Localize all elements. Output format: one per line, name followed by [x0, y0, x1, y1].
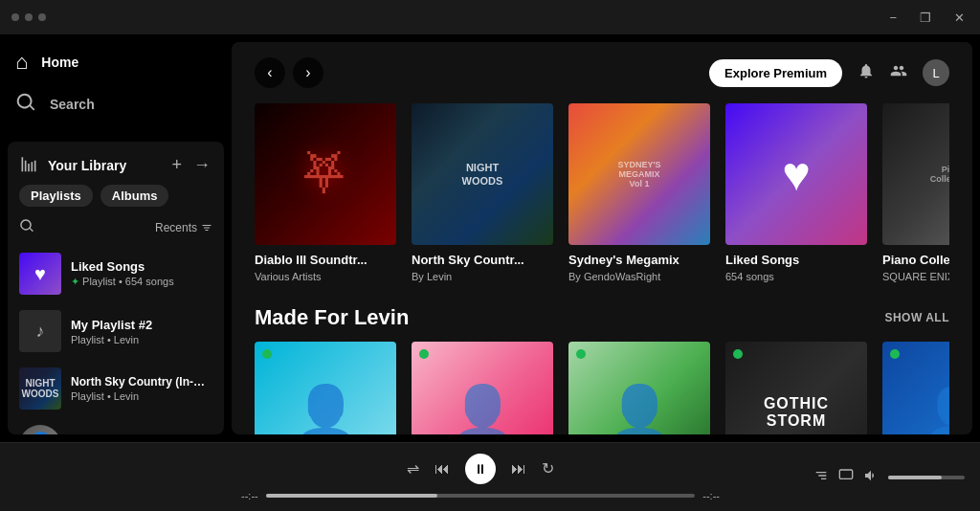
sidebar-search-label: Search: [50, 97, 95, 112]
daily2-art-wrap: 👤 Daily Mix 2: [412, 342, 553, 434]
music-note-icon: ♪: [36, 322, 45, 342]
card-daily-mix-2[interactable]: 👤 Daily Mix 2 Daily Mix 2 ROZEN, Nobuo U…: [412, 342, 553, 434]
soami-info: So Am I Album • Kurt Hugo Schneider: [71, 433, 212, 435]
sidebar-library: Your Library + → Playlists Albums R: [8, 142, 224, 434]
user-avatar-button[interactable]: L: [923, 59, 949, 86]
sydney-title: Sydney's Megamix: [568, 253, 710, 267]
piano-art-wrap: PianoCollections: [882, 103, 949, 245]
daily4-gothic-text: GOTHICSTORM: [764, 395, 829, 430]
liked-heart-icon: ♥: [782, 146, 811, 202]
titlebar-controls: − ❐ ✕: [885, 7, 969, 29]
svg-rect-0: [839, 470, 852, 478]
piano-art-text: PianoCollections: [930, 165, 949, 184]
diablo-symbol: ⛧: [301, 146, 349, 202]
header-right: Explore Premium L: [709, 59, 949, 87]
daily3-person: 👤: [607, 382, 673, 435]
soami-art: 👤: [19, 425, 61, 434]
play-pause-button[interactable]: ⏸: [465, 454, 496, 484]
library-list: ♥ Liked Songs ✦ Playlist • 654 songs ♪: [8, 245, 224, 434]
next-button[interactable]: ⏭: [511, 460, 526, 478]
nav-back-button[interactable]: ‹: [255, 57, 285, 88]
piano-art-bg: PianoCollections: [882, 103, 949, 245]
list-item[interactable]: ♪ My Playlist #2 Playlist • Levin: [8, 302, 224, 360]
card-daily-mix-3[interactable]: 👤 Daily Mix 3 Daily Mix 3 Darren Ang, Mi…: [568, 342, 710, 434]
liked-sub: 654 songs: [725, 271, 867, 282]
library-expand-button[interactable]: →: [191, 153, 212, 177]
northsky-art-text: NIGHTWOODS: [462, 161, 503, 189]
friends-button[interactable]: [890, 62, 907, 84]
liked-songs-info: Liked Songs ✦ Playlist • 654 songs: [71, 259, 212, 288]
daily2-badge: [419, 349, 429, 359]
progress-bar[interactable]: [266, 494, 696, 498]
progress-fill: [266, 494, 437, 498]
show-all-button[interactable]: Show all: [884, 311, 949, 324]
recently-played-cards: ⛧ Diablo III Soundtr... Various Artists …: [255, 103, 949, 282]
tab-playlists[interactable]: Playlists: [19, 185, 93, 207]
shuffle-button[interactable]: ⇌: [407, 459, 419, 478]
sydney-art-text: SYDNEY'SMEGAMIXVol 1: [613, 156, 664, 192]
daily5-art-wrap: 👤 Daily Mix 5: [882, 342, 949, 434]
list-item[interactable]: 👤 So Am I Album • Kurt Hugo Schneider: [8, 417, 224, 434]
daily4-art-wrap: GOTHICSTORM Daily Mix 4: [725, 342, 867, 434]
search-icon: [15, 92, 36, 117]
player-controls: ⇌ ⏮ ⏸ ⏭ ↻ --:-- --:--: [199, 454, 762, 501]
recents-label-text: Recents: [155, 221, 197, 234]
sidebar-home-label: Home: [41, 55, 78, 70]
daily4-art-bg: GOTHICSTORM Daily Mix 4: [725, 342, 867, 434]
daily1-art-bg: 👤 Daily Mix 1: [255, 342, 396, 434]
liked-art-bg: ♥: [725, 103, 867, 245]
queue-button[interactable]: [813, 468, 829, 486]
made-for-header: Made For Levin Show all: [255, 305, 949, 330]
sidebar-item-home[interactable]: ⌂ Home: [0, 42, 232, 82]
maximize-button[interactable]: ❐: [916, 7, 935, 29]
prev-button[interactable]: ⏮: [434, 460, 450, 478]
library-search-icon[interactable]: [19, 218, 34, 237]
notifications-button[interactable]: [858, 62, 875, 84]
daily2-art-bg: 👤 Daily Mix 2: [412, 342, 553, 434]
minimize-button[interactable]: −: [885, 7, 901, 29]
volume-button[interactable]: [863, 468, 879, 486]
card-northsky[interactable]: NIGHTWOODS North Sky Countr... By Levin: [412, 103, 553, 282]
close-button[interactable]: ✕: [950, 7, 969, 29]
made-for-title: Made For Levin: [255, 305, 409, 330]
library-add-button[interactable]: +: [169, 153, 184, 177]
volume-bar[interactable]: [888, 476, 965, 479]
tab-albums[interactable]: Albums: [100, 185, 169, 207]
daily-mix-cards: 👤 Daily Mix 1 Daily Mix 1 Josh Whelchel,…: [255, 342, 949, 434]
piano-title: Piano Collections...: [882, 253, 949, 267]
card-liked[interactable]: ♥ Liked Songs 654 songs: [725, 103, 867, 282]
card-piano[interactable]: PianoCollections Piano Collections... SQ…: [882, 103, 949, 282]
liked-songs-sub: ✦ Playlist • 654 songs: [71, 276, 212, 288]
player-right: [773, 468, 965, 486]
card-daily-mix-5[interactable]: 👤 Daily Mix 5 Daily Mix 5 Darren Korb, C…: [882, 342, 949, 434]
recently-played-section: ⛧ Diablo III Soundtr... Various Artists …: [232, 96, 972, 298]
recents-sort[interactable]: Recents: [155, 221, 212, 234]
playlist2-art: ♪: [19, 310, 61, 352]
daily3-art-wrap: 👤 Daily Mix 3: [568, 342, 710, 434]
liked-songs-art: ♥: [19, 253, 61, 295]
daily1-art-wrap: 👤 Daily Mix 1: [255, 342, 396, 434]
sidebar-nav: ⌂ Home Search: [0, 34, 232, 134]
nav-forward-button[interactable]: ›: [293, 57, 323, 88]
explore-premium-button[interactable]: Explore Premium: [709, 59, 842, 87]
sydney-sub: By GendoWasRight: [568, 271, 710, 282]
list-item[interactable]: ♥ Liked Songs ✦ Playlist • 654 songs: [8, 245, 224, 302]
card-diablo[interactable]: ⛧ Diablo III Soundtr... Various Artists: [255, 103, 396, 282]
nav-arrows: ‹ ›: [255, 57, 323, 88]
devices-button[interactable]: [838, 468, 854, 486]
diablo-art-wrap: ⛧: [255, 103, 396, 245]
daily1-person: 👤: [255, 342, 396, 434]
daily3-badge: [576, 349, 586, 359]
repeat-button[interactable]: ↻: [542, 459, 554, 478]
card-sydney[interactable]: SYDNEY'SMEGAMIXVol 1 Sydney's Megamix By…: [568, 103, 710, 282]
daily4-badge: [733, 349, 743, 359]
library-title-text: Your Library: [48, 158, 126, 173]
card-daily-mix-1[interactable]: 👤 Daily Mix 1 Daily Mix 1 Josh Whelchel,…: [255, 342, 396, 434]
library-tabs: Playlists Albums: [8, 185, 224, 214]
player-buttons: ⇌ ⏮ ⏸ ⏭ ↻: [407, 454, 554, 484]
content-header: ‹ › Explore Premium L: [232, 42, 972, 96]
card-daily-mix-4[interactable]: GOTHICSTORM Daily Mix 4 Daily Mix 4 Goth…: [725, 342, 867, 434]
sidebar-item-search[interactable]: Search: [0, 82, 232, 126]
northsky-sub: By Levin: [412, 271, 553, 282]
list-item[interactable]: NIGHTWOODS North Sky Country (In-Game) P…: [8, 360, 224, 417]
